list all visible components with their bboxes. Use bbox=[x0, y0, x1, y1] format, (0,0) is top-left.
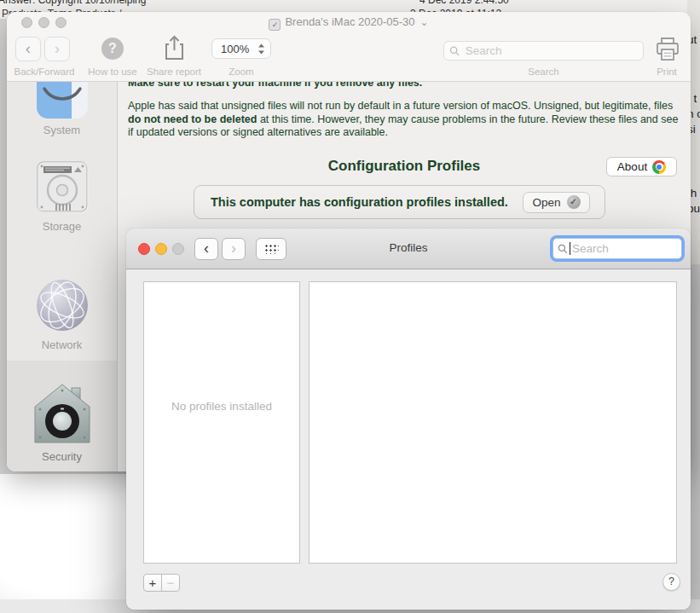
background-window-corner bbox=[0, 474, 126, 599]
help-circle-icon[interactable]: ? bbox=[101, 38, 124, 60]
share-report-label: Share report bbox=[136, 67, 211, 77]
stepper-arrows-icon bbox=[257, 43, 265, 55]
open-button-label: Open bbox=[532, 196, 560, 209]
search-icon bbox=[558, 243, 568, 255]
window-title-text: Brenda's iMac 2020-05-30 bbox=[285, 15, 414, 28]
window-title: ✓Brenda's iMac 2020-05-30⌄ bbox=[7, 15, 691, 31]
profiles-window: ‹ › Profiles No profiles installed + − bbox=[126, 228, 691, 610]
system-finder-icon bbox=[36, 82, 89, 119]
chevron-down-icon[interactable]: ⌄ bbox=[420, 16, 429, 28]
sidebar-item-network[interactable]: Network bbox=[7, 277, 117, 351]
screenshot-root: st Answer: Copyright 10/10/helping 4 Dec… bbox=[0, 0, 700, 613]
sidebar-item-label: System bbox=[7, 124, 117, 136]
profile-badge-icon: ✓ bbox=[567, 195, 581, 209]
clipped-warning-line: Make sure to restart your machine if you… bbox=[128, 82, 422, 89]
profiles-search-input[interactable] bbox=[570, 241, 677, 256]
search-input[interactable] bbox=[464, 43, 638, 58]
security-lock-icon bbox=[32, 382, 92, 447]
help-button[interactable]: ? bbox=[662, 573, 680, 591]
search-icon bbox=[449, 45, 460, 57]
share-icon[interactable] bbox=[163, 35, 186, 66]
profiles-search-field[interactable] bbox=[552, 238, 682, 259]
chrome-icon bbox=[652, 160, 666, 174]
back-button[interactable]: ‹ bbox=[15, 37, 41, 61]
about-button[interactable]: About bbox=[606, 157, 677, 176]
sidebar-item-label: Network bbox=[7, 338, 117, 351]
print-label: Print bbox=[641, 67, 691, 77]
back-forward-label: Back/Forward bbox=[7, 67, 82, 77]
sidebar-item-label: Storage bbox=[7, 220, 117, 233]
sidebar-item-system[interactable]: System bbox=[7, 82, 117, 136]
zoom-stepper[interactable]: 100% bbox=[211, 38, 271, 59]
storage-drive-icon bbox=[34, 159, 90, 217]
section-heading: Configuration Profiles bbox=[118, 158, 691, 175]
add-profile-button[interactable]: + bbox=[143, 574, 162, 592]
profiles-list-pane[interactable]: No profiles installed bbox=[143, 281, 300, 564]
toolbar-search-field[interactable] bbox=[443, 41, 644, 61]
sidebar-item-storage[interactable]: Storage bbox=[7, 159, 117, 233]
profile-detail-pane bbox=[309, 281, 677, 564]
sidebar-item-label: Security bbox=[7, 450, 117, 463]
apple-unsigned-paragraph: Apple has said that unsigned files will … bbox=[128, 100, 684, 140]
print-icon[interactable] bbox=[655, 36, 680, 67]
zoom-value: 100% bbox=[221, 43, 249, 55]
document-proxy-icon: ✓ bbox=[269, 19, 281, 31]
forward-button[interactable]: › bbox=[44, 37, 70, 61]
toolbar: ‹ › Back/Forward ? How to use Share repo… bbox=[7, 31, 691, 82]
sidebar: System bbox=[7, 82, 118, 471]
empty-list-text: No profiles installed bbox=[144, 400, 299, 413]
how-to-use-label: How to use bbox=[80, 67, 145, 77]
search-label: Search bbox=[443, 67, 644, 77]
notice-text: This computer has configuration profiles… bbox=[211, 195, 508, 209]
background-timestamp: 4 Dec 2019 2:44:50 bbox=[419, 0, 509, 6]
remove-profile-button[interactable]: − bbox=[161, 574, 180, 592]
sidebar-item-security[interactable]: Security bbox=[7, 382, 117, 463]
about-button-label: About bbox=[617, 160, 647, 173]
profiles-titlebar: ‹ › Profiles bbox=[126, 228, 691, 269]
open-button[interactable]: Open ✓ bbox=[523, 192, 590, 213]
zoom-label: Zoom bbox=[211, 67, 271, 77]
background-text: st Answer: Copyright 10/10/helping bbox=[0, 0, 146, 6]
network-globe-icon bbox=[34, 277, 90, 335]
titlebar: ✓Brenda's iMac 2020-05-30⌄ bbox=[7, 12, 691, 31]
profiles-notice-box: This computer has configuration profiles… bbox=[194, 185, 605, 219]
profiles-body: No profiles installed + − ? bbox=[126, 269, 691, 610]
